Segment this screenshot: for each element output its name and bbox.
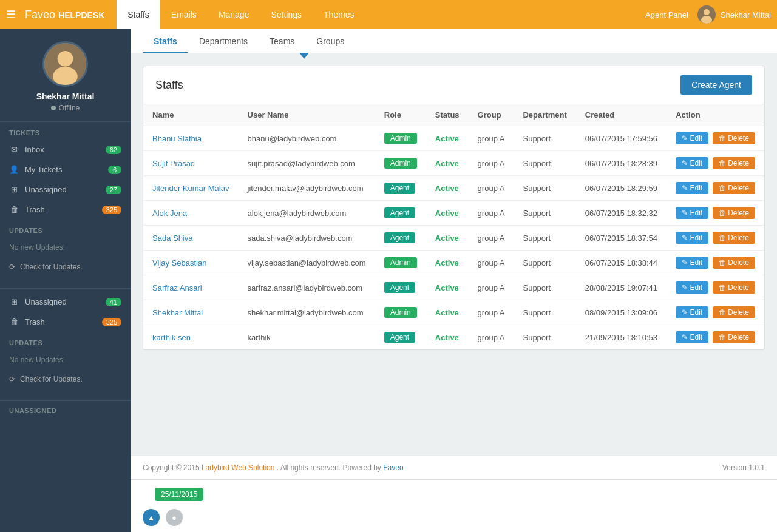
tab-teams[interactable]: Teams [259, 29, 305, 53]
updates-section-title: UPDATES [0, 220, 131, 237]
top-right-area: Agent Panel Shekhar Mittal [645, 5, 771, 24]
staff-name-link-4[interactable]: Sada Shiva [152, 234, 193, 243]
edit-button-8[interactable]: ✎ Edit [676, 331, 708, 343]
delete-button-3[interactable]: 🗑 Delete [713, 207, 755, 219]
no-updates-text: No new Updates! [0, 237, 131, 258]
role-badge-6: Agent [384, 282, 415, 293]
delete-button-7[interactable]: 🗑 Delete [713, 306, 755, 318]
role-badge-8: Agent [384, 332, 415, 343]
cell-username-7: shekhar.mittal@ladybirdweb.com [239, 300, 375, 325]
delete-button-2[interactable]: 🗑 Delete [713, 182, 755, 194]
col-action: Action [667, 104, 764, 126]
cell-action-0: ✎ Edit 🗑 Delete [667, 126, 764, 151]
main-layout: Shekhar Mittal Offline TICKETS ✉ Inbox 6… [0, 29, 777, 532]
sidebar-trash2-label: Trash [25, 317, 96, 326]
create-agent-button[interactable]: Create Agent [680, 75, 752, 95]
nav-staffs[interactable]: Staffs [117, 0, 160, 29]
cell-action-4: ✎ Edit 🗑 Delete [667, 226, 764, 251]
cell-department-8: Support [514, 325, 575, 350]
edit-button-4[interactable]: ✎ Edit [676, 232, 708, 244]
check-updates-btn[interactable]: ⟳ Check for Updates. [0, 258, 131, 276]
cell-created-1: 06/07/2015 18:28:39 [576, 151, 667, 176]
edit-button-6[interactable]: ✎ Edit [676, 281, 708, 294]
staffs-panel: Staffs Create Agent Name User Name Role … [143, 66, 765, 350]
notif-blue-icon[interactable]: ▲ [143, 509, 160, 526]
nav-settings[interactable]: Settings [260, 0, 313, 29]
cell-created-3: 06/07/2015 18:32:32 [576, 201, 667, 226]
delete-button-8[interactable]: 🗑 Delete [713, 331, 755, 343]
tab-departments[interactable]: Departments [188, 29, 259, 53]
delete-button-6[interactable]: 🗑 Delete [713, 281, 755, 294]
cell-name-0: Bhanu Slathia [143, 126, 239, 151]
staffs-title: Staffs [155, 79, 183, 92]
table-row: Sada Shiva sada.shiva@ladybirdweb.com Ag… [143, 226, 764, 251]
cell-status-1: Active [426, 151, 469, 176]
cell-status-2: Active [426, 176, 469, 201]
cell-status-5: Active [426, 251, 469, 275]
table-row: karthik sen karthik Agent Active group A… [143, 325, 764, 350]
cell-role-0: Admin [375, 126, 426, 151]
staff-name-link-7[interactable]: Shekhar Mittal [152, 308, 203, 317]
nav-themes[interactable]: Themes [313, 0, 365, 29]
staff-name-link-3[interactable]: Alok Jena [152, 209, 187, 218]
faveo-link[interactable]: Faveo [383, 463, 403, 472]
delete-button-5[interactable]: 🗑 Delete [713, 257, 755, 269]
hamburger-icon[interactable]: ☰ [6, 8, 16, 21]
staff-name-link-0[interactable]: Bhanu Slathia [152, 134, 202, 143]
top-navigation: ☰ Faveo HELPDESK Staffs Emails Manage Se… [0, 0, 777, 29]
sidebar-trash-label: Trash [25, 205, 96, 214]
unassigned-bottom-title: UNASSIGNED [9, 407, 121, 414]
user-info[interactable]: Shekhar Mittal [697, 5, 771, 24]
cell-department-0: Support [514, 126, 575, 151]
no-updates2-text: No new Updates! [0, 349, 131, 370]
edit-button-1[interactable]: ✎ Edit [676, 157, 708, 169]
staff-name-link-5[interactable]: Vijay Sebastian [152, 258, 206, 268]
staff-name-link-2[interactable]: Jitender Kumar Malav [152, 184, 229, 193]
edit-button-0[interactable]: ✎ Edit [676, 132, 708, 144]
delete-button-0[interactable]: 🗑 Delete [713, 132, 755, 144]
footer-middle: . All rights reserved. Powered by [277, 463, 383, 472]
cell-department-1: Support [514, 151, 575, 176]
status-label-4: Active [435, 234, 459, 243]
edit-button-5[interactable]: ✎ Edit [676, 257, 708, 269]
staff-name-link-6[interactable]: Sarfraz Ansari [152, 283, 202, 292]
ladybird-link[interactable]: Ladybird Web Solution [202, 463, 275, 472]
unassigned2-icon: ⊞ [9, 297, 19, 306]
agent-panel-link[interactable]: Agent Panel [645, 10, 688, 19]
col-department: Department [514, 104, 575, 126]
nav-manage[interactable]: Manage [208, 0, 260, 29]
cell-action-1: ✎ Edit 🗑 Delete [667, 151, 764, 176]
staff-name-link-8[interactable]: karthik sen [152, 333, 191, 342]
role-badge-1: Admin [384, 158, 417, 169]
status-label-7: Active [435, 308, 459, 317]
notif-gray-icon[interactable]: ● [166, 509, 183, 526]
sidebar-unassigned2-label: Unassigned [25, 297, 100, 306]
table-row: Bhanu Slathia bhanu@ladybirdweb.com Admi… [143, 126, 764, 151]
tab-groups[interactable]: Groups [305, 29, 355, 53]
sidebar-item-mytickets[interactable]: 👤 My Tickets 6 [0, 160, 131, 180]
delete-button-4[interactable]: 🗑 Delete [713, 232, 755, 244]
unassigned-icon: ⊞ [9, 185, 19, 194]
cell-username-0: bhanu@ladybirdweb.com [239, 126, 375, 151]
table-row: Sarfraz Ansari sarfraz.ansari@ladybirdwe… [143, 275, 764, 300]
sidebar-item-unassigned[interactable]: ⊞ Unassigned 27 [0, 180, 131, 200]
staff-name-link-1[interactable]: Sujit Prasad [152, 159, 195, 168]
sidebar-item-trash2[interactable]: 🗑 Trash 325 [0, 312, 131, 332]
sidebar-item-inbox[interactable]: ✉ Inbox 62 [0, 140, 131, 160]
cell-name-1: Sujit Prasad [143, 151, 239, 176]
sidebar-item-trash[interactable]: 🗑 Trash 325 [0, 200, 131, 220]
tab-staffs[interactable]: Staffs [143, 29, 188, 53]
edit-button-7[interactable]: ✎ Edit [676, 306, 708, 318]
table-header: Name User Name Role Status Group Departm… [143, 104, 764, 126]
cell-department-2: Support [514, 176, 575, 201]
check-updates-label: Check for Updates. [20, 263, 83, 271]
check-updates2-btn[interactable]: ⟳ Check for Updates. [0, 370, 131, 388]
role-badge-7: Admin [384, 307, 417, 318]
delete-button-1[interactable]: 🗑 Delete [713, 157, 755, 169]
trash2-icon: 🗑 [9, 317, 19, 326]
nav-emails[interactable]: Emails [160, 0, 208, 29]
sidebar-item-unassigned2[interactable]: ⊞ Unassigned 41 [0, 292, 131, 312]
edit-button-2[interactable]: ✎ Edit [676, 182, 708, 194]
edit-button-3[interactable]: ✎ Edit [676, 207, 708, 219]
brand-name: Faveo [25, 8, 55, 21]
